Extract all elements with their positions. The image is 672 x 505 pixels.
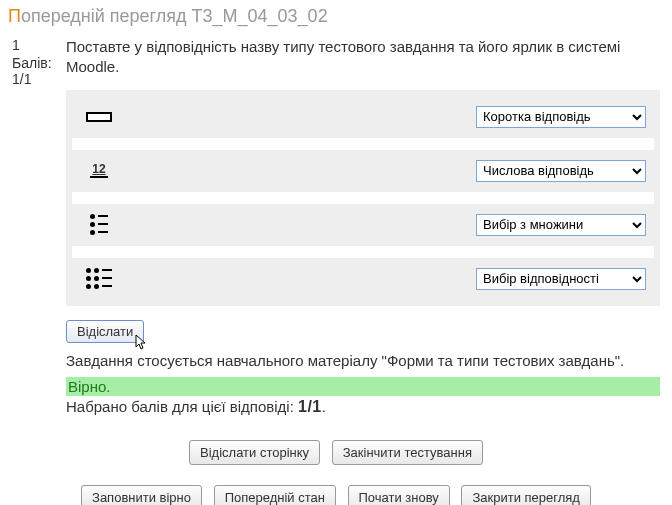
submit-button[interactable]: Відіслати xyxy=(66,320,144,343)
task-note: Завдання стосується навчального матеріал… xyxy=(66,351,660,371)
score-value: 1/1 xyxy=(298,398,322,415)
match-row: Коротка відповідь xyxy=(72,96,654,138)
page-title: Попередній перегляд Т3_М_04_03_02 xyxy=(0,0,672,37)
start-again-button[interactable]: Почати знову xyxy=(348,485,450,505)
match-select-3[interactable]: Вибір з множини xyxy=(476,214,646,236)
match-table: Коротка відповідь 12 Числова відповідь xyxy=(66,90,660,306)
previous-state-button[interactable]: Попередній стан xyxy=(214,485,336,505)
marks-label: Балів: xyxy=(12,55,66,71)
match-icon xyxy=(80,268,118,289)
question-meta: 1 Балів: 1/1 xyxy=(12,37,66,416)
multichoice-icon xyxy=(80,214,118,235)
match-row: 12 Числова відповідь xyxy=(72,150,654,192)
primary-actions: Відіслати сторінку Закінчити тестування xyxy=(0,440,672,475)
close-preview-button[interactable]: Закрити перегляд xyxy=(461,485,591,505)
fill-correct-button[interactable]: Заповнити вірно xyxy=(81,485,202,505)
score-line: Набрано балів для цієї відповіді: 1/1. xyxy=(66,398,660,416)
page-title-accent: П xyxy=(8,6,21,26)
question-number: 1 xyxy=(12,37,66,53)
marks-value: 1/1 xyxy=(12,71,66,87)
match-row: Вибір відповідності xyxy=(72,258,654,300)
shortanswer-icon xyxy=(80,112,118,122)
question-block: 1 Балів: 1/1 Поставте у відповідність на… xyxy=(0,37,672,416)
secondary-actions: Заповнити вірно Попередній стан Почати з… xyxy=(0,485,672,505)
question-content: Поставте у відповідність назву типу тест… xyxy=(66,37,660,416)
match-row: Вибір з множини xyxy=(72,204,654,246)
match-select-4[interactable]: Вибір відповідності xyxy=(476,268,646,290)
match-select-2[interactable]: Числова відповідь xyxy=(476,160,646,182)
submit-page-button[interactable]: Відіслати сторінку xyxy=(189,440,320,465)
page-title-rest: опередній перегляд Т3_М_04_03_02 xyxy=(21,6,328,26)
numerical-icon: 12 xyxy=(80,163,118,178)
finish-attempt-button[interactable]: Закінчити тестування xyxy=(332,440,483,465)
question-text: Поставте у відповідність назву типу тест… xyxy=(66,37,660,78)
match-select-1[interactable]: Коротка відповідь xyxy=(476,106,646,128)
feedback-correct: Вірно. xyxy=(66,377,660,396)
cursor-icon xyxy=(135,334,149,352)
